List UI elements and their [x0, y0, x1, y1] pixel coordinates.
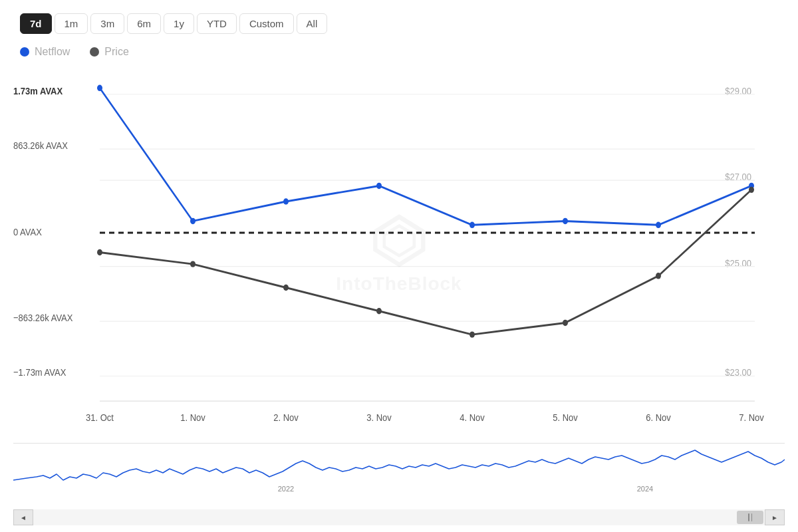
- svg-point-44: [749, 187, 754, 193]
- svg-point-30: [190, 218, 196, 224]
- svg-text:$29.00: $29.00: [725, 85, 751, 96]
- svg-text:$25.00: $25.00: [725, 257, 751, 269]
- scrollbar: ◄ ►: [13, 509, 785, 525]
- legend-item-netflow: Netflow: [20, 46, 70, 58]
- legend-label-price: Price: [104, 46, 128, 58]
- time-btn-custom[interactable]: Custom: [239, 13, 294, 34]
- svg-text:6. Nov: 6. Nov: [646, 412, 671, 423]
- svg-point-34: [563, 218, 568, 224]
- thumb-lines: [748, 513, 752, 521]
- scroll-left-arrow[interactable]: ◄: [13, 509, 33, 525]
- svg-point-29: [97, 85, 102, 91]
- svg-text:4. Nov: 4. Nov: [460, 412, 485, 423]
- svg-text:3. Nov: 3. Nov: [366, 412, 392, 423]
- svg-text:2024: 2024: [637, 485, 653, 493]
- legend: NetflowPrice: [13, 46, 785, 58]
- right-arrow-icon: ►: [771, 514, 778, 521]
- legend-dot-blue: [20, 47, 29, 57]
- svg-text:7. Nov: 7. Nov: [739, 412, 764, 423]
- svg-point-32: [376, 183, 382, 189]
- time-btn-7d[interactable]: 7d: [20, 13, 52, 34]
- main-chart-svg: 1.73m AVAX 863.26k AVAX 0 AVAX −863.26k …: [13, 65, 785, 440]
- svg-text:5. Nov: 5. Nov: [553, 412, 578, 423]
- svg-text:2. Nov: 2. Nov: [273, 412, 299, 423]
- svg-text:$27.00: $27.00: [725, 171, 751, 182]
- svg-text:$23.00: $23.00: [725, 366, 751, 378]
- scroll-right-arrow[interactable]: ►: [765, 509, 785, 525]
- svg-point-41: [469, 331, 475, 337]
- time-btn-1y[interactable]: 1y: [164, 13, 194, 34]
- time-btn-all[interactable]: All: [297, 13, 328, 34]
- svg-text:31. Oct: 31. Oct: [86, 412, 114, 423]
- legend-dot-gray: [90, 47, 99, 57]
- svg-text:2022: 2022: [278, 485, 294, 493]
- left-arrow-icon: ◄: [20, 514, 27, 521]
- chart-area: IntoTheBlock 1.73m AVAX 863.26k AVAX 0 A…: [13, 65, 785, 525]
- scroll-thumb[interactable]: [737, 511, 763, 524]
- svg-text:863.26k AVAX: 863.26k AVAX: [13, 140, 68, 151]
- mini-chart: 2022 2024: [13, 443, 785, 509]
- svg-text:1. Nov: 1. Nov: [180, 412, 205, 423]
- svg-point-42: [563, 320, 568, 326]
- svg-point-38: [190, 261, 196, 267]
- svg-text:−863.26k AVAX: −863.26k AVAX: [13, 312, 73, 323]
- main-chart: IntoTheBlock 1.73m AVAX 863.26k AVAX 0 A…: [13, 65, 785, 440]
- svg-text:0 AVAX: 0 AVAX: [13, 226, 42, 237]
- main-container: 7d1m3m6m1yYTDCustomAll NetflowPrice Into…: [0, 0, 798, 532]
- svg-text:1.73m AVAX: 1.73m AVAX: [13, 85, 63, 96]
- mini-chart-svg: 2022 2024: [13, 444, 785, 497]
- time-btn-ytd[interactable]: YTD: [197, 13, 237, 34]
- time-controls: 7d1m3m6m1yYTDCustomAll: [13, 13, 785, 34]
- svg-text:−1.73m AVAX: −1.73m AVAX: [13, 366, 66, 378]
- legend-label-netflow: Netflow: [35, 46, 70, 58]
- svg-point-40: [376, 308, 382, 314]
- svg-point-35: [656, 222, 661, 228]
- legend-item-price: Price: [90, 46, 128, 58]
- time-btn-3m[interactable]: 3m: [90, 13, 124, 34]
- time-btn-1m[interactable]: 1m: [55, 13, 88, 34]
- svg-point-37: [97, 249, 102, 255]
- svg-point-31: [283, 198, 289, 204]
- svg-point-43: [656, 273, 661, 279]
- scroll-track: [33, 509, 765, 525]
- svg-point-39: [283, 285, 289, 291]
- svg-point-33: [469, 222, 475, 228]
- time-btn-6m[interactable]: 6m: [127, 13, 161, 34]
